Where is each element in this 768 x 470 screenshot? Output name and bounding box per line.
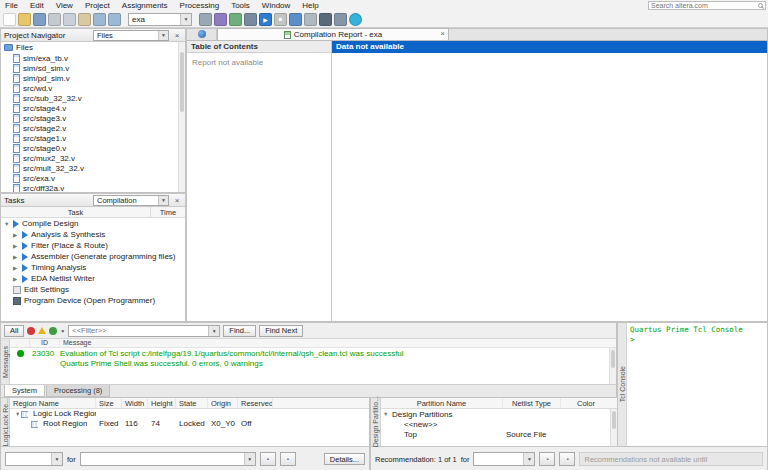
timing-analyzer-icon[interactable] [289,13,302,26]
menu-item[interactable]: Assignments [117,0,173,11]
expander-icon[interactable]: ▼ [4,221,11,227]
message-filter-input[interactable] [69,326,208,335]
region-row[interactable]: ▼ Logic Lock Regions [10,409,369,419]
file-tree-item[interactable]: src/wd.v [1,83,185,93]
task-item[interactable]: Program Device (Open Programmer) [1,295,185,306]
menu-item[interactable]: File [0,0,23,11]
cut-icon[interactable] [48,13,61,26]
new-file-icon[interactable] [3,13,16,26]
stop-icon[interactable]: ■ [274,13,287,26]
netlist-viewer-icon[interactable] [304,13,317,26]
tab-compilation-report[interactable]: Compilation Report - exa × [217,28,449,40]
copy-icon[interactable] [63,13,76,26]
scrollbar-thumb[interactable] [612,411,616,429]
details-button[interactable]: Details... [324,453,365,465]
task-item[interactable]: Edit Settings [1,284,185,295]
message-filter-box[interactable]: ▼ [68,325,220,337]
expander-icon[interactable]: ▼ [383,411,390,417]
report-home-tab[interactable] [187,28,217,40]
region-row[interactable]: Root Region Fixed 116 74 Locked X0_Y0 Of… [10,419,369,429]
region-action-select[interactable]: ▼ [5,452,63,466]
start-compilation-icon[interactable]: ▶ [259,13,272,26]
region-target-select[interactable]: ▼ [80,452,256,466]
messages-tab[interactable]: Processing (8) [46,385,110,397]
task-item[interactable]: ▶ Analysis & Synthesis [1,229,185,240]
menu-item[interactable]: Project [80,0,115,11]
design-partitions-dock-tab[interactable]: Design Partitio... [371,398,381,446]
mini-action-button-1[interactable]: ▪ [260,452,276,466]
programmer-icon[interactable] [319,13,332,26]
file-tree-item[interactable]: src/mult_32_32.v [1,163,185,173]
menu-item[interactable]: Edit [25,0,49,11]
redo-icon[interactable] [108,13,121,26]
menu-item[interactable]: Processing [175,0,225,11]
close-icon[interactable]: × [172,30,182,41]
expander-icon[interactable]: ▶ [13,254,20,260]
file-tree-item[interactable]: src/stage4.v [1,103,185,113]
file-tree-item[interactable]: src/stage1.v [1,133,185,143]
menu-item[interactable]: Help [297,0,323,11]
logiclock-dock-tab[interactable]: LogicLock Re... [1,398,10,446]
partition-row[interactable]: ▼ Design Partitions [381,409,617,419]
project-select[interactable]: exa ▼ [128,13,192,26]
file-tree-item[interactable]: src/stage3.v [1,113,185,123]
settings-icon[interactable] [199,13,212,26]
task-item[interactable]: ▼ Compile Design [1,218,185,229]
expander-icon[interactable]: ▶ [13,232,20,238]
file-tree-item[interactable]: src/sub_32_32.v [1,93,185,103]
assignment-editor-icon[interactable] [214,13,227,26]
pin-planner-icon[interactable] [229,13,242,26]
task-item[interactable]: ▶ EDA Netlist Writer [1,273,185,284]
info-filter-icon[interactable] [49,327,57,335]
menu-item[interactable]: View [51,0,78,11]
paste-icon[interactable] [78,13,91,26]
files-scrollbar[interactable] [178,42,185,192]
expander-icon[interactable]: ▼ [12,409,19,419]
chip-planner-icon[interactable] [244,13,257,26]
expander-icon[interactable]: ▶ [13,276,20,282]
search-box[interactable] [648,1,766,10]
file-tree-item[interactable]: sim/exa_tb.v [1,53,185,63]
messages-dock-tab[interactable]: Messages [1,339,10,384]
mini-action-button-2[interactable]: ▪ [559,452,575,466]
messages-scrollbar[interactable] [609,348,616,384]
filter-all-button[interactable]: All [4,325,24,337]
find-button[interactable]: Find... [223,325,256,337]
system-console-icon[interactable] [334,13,347,26]
task-item[interactable]: ▶ Timing Analysis [1,262,185,273]
navigator-mode-select[interactable]: Files ▼ [93,30,169,41]
menu-item[interactable]: Tools [226,0,255,11]
expander-icon[interactable]: ▶ [13,243,20,249]
partitions-scrollbar[interactable] [610,409,617,446]
partition-row[interactable]: Top Source File [381,429,617,439]
menu-item[interactable]: Window [257,0,295,11]
warning-filter-icon[interactable] [38,327,46,334]
file-tree-item[interactable]: src/exa.v [1,173,185,183]
file-tree-item[interactable]: sim/sd_sim.v [1,63,185,73]
close-icon[interactable]: × [440,29,445,38]
tasks-mode-select[interactable]: Compilation ▼ [93,195,169,206]
scrollbar-thumb[interactable] [611,350,615,368]
error-filter-icon[interactable] [27,327,35,335]
search-input[interactable] [651,2,756,9]
files-root-item[interactable]: Files [1,42,185,53]
mini-action-button-2[interactable]: ▪ [280,452,296,466]
ip-catalog-icon[interactable] [349,13,362,26]
partition-row[interactable]: <<new>> [381,419,617,429]
messages-tab[interactable]: System [4,385,45,397]
task-item[interactable]: ▶ Fitter (Place & Route) [1,240,185,251]
chevron-down-icon[interactable]: ▼ [60,328,65,334]
undo-icon[interactable] [93,13,106,26]
file-tree-item[interactable]: src/mux2_32.v [1,153,185,163]
file-tree-item[interactable]: sim/pd_sim.v [1,73,185,83]
report-row-data-not-available[interactable]: Data not available [332,41,767,53]
scrollbar-thumb[interactable] [180,52,184,112]
open-file-icon[interactable] [18,13,31,26]
file-tree-item[interactable]: src/stage2.v [1,123,185,133]
close-icon[interactable]: × [172,195,182,206]
recommendation-target-select[interactable]: ▼ [473,452,535,466]
mini-action-button-1[interactable]: ▪ [539,452,555,466]
message-row[interactable]: 23030 Evaluation of Tcl script c:/intelf… [10,348,616,358]
tcl-console-output[interactable]: Quartus Prime Tcl Console > [627,323,767,446]
file-tree-item[interactable]: src/dff32a.v [1,183,185,192]
